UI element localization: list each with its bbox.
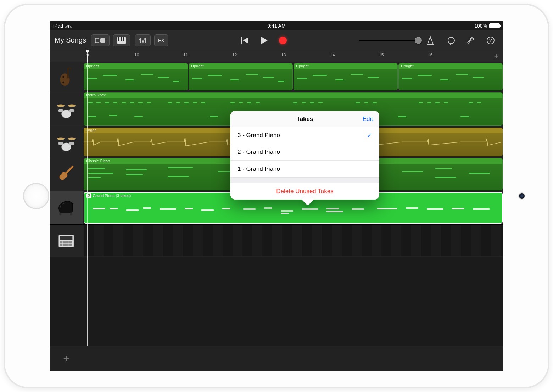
track-row-bass[interactable]: Upright Upright Upright Upright [50, 62, 503, 91]
svg-rect-42 [69, 243, 72, 246]
track-lane-bass[interactable]: Upright Upright Upright Upright [83, 62, 503, 91]
instrument-view-button[interactable] [113, 34, 130, 46]
rewind-button[interactable] [236, 34, 253, 46]
record-button[interactable] [275, 34, 290, 46]
svg-point-20 [62, 81, 64, 83]
svg-point-29 [58, 142, 63, 145]
view-toggle-button[interactable] [91, 34, 110, 46]
svg-point-7 [142, 40, 144, 43]
region-label: Grand Piano (3 takes) [93, 194, 131, 198]
rewind-icon [240, 37, 249, 44]
svg-rect-35 [60, 241, 62, 243]
region-upright[interactable]: Upright [189, 63, 293, 90]
loop-icon [447, 36, 456, 45]
svg-rect-32 [70, 212, 71, 215]
help-icon: ? [486, 36, 495, 45]
ruler-row: 9 10 11 12 13 14 15 16 + [50, 50, 503, 62]
region-upright[interactable]: Upright [294, 63, 398, 90]
svg-rect-34 [60, 236, 72, 240]
popover-header: Takes Edit [230, 111, 379, 127]
svg-rect-40 [63, 243, 66, 246]
battery-percent: 100% [474, 23, 487, 29]
record-icon [279, 37, 287, 44]
track-header-bass[interactable] [50, 62, 83, 91]
front-camera [519, 193, 525, 199]
svg-rect-36 [63, 241, 66, 243]
my-songs-button[interactable]: My Songs [55, 36, 86, 44]
take-label: 3 - Grand Piano [238, 132, 280, 139]
ruler-gutter [50, 50, 83, 62]
take-label: 1 - Grand Piano [238, 166, 280, 173]
region-label: Upright [399, 63, 502, 69]
takes-list: 3 - Grand Piano ✓ 2 - Grand Piano 1 - Gr… [230, 127, 379, 177]
home-button[interactable] [23, 183, 49, 209]
status-bar: iPad 9:41 AM 100% [50, 21, 503, 30]
take-item[interactable]: 1 - Grand Piano [230, 161, 379, 177]
add-section-button[interactable]: + [489, 50, 503, 62]
svg-rect-41 [66, 243, 69, 246]
fx-button[interactable]: FX [154, 34, 168, 46]
region-label: Retro Rock [84, 93, 502, 98]
settings-button[interactable] [463, 34, 479, 46]
takes-popover: Takes Edit 3 - Grand Piano ✓ 2 - Grand P… [230, 111, 379, 200]
bar-label: 12 [232, 52, 237, 57]
svg-point-26 [57, 137, 64, 140]
drumkit-icon [55, 131, 78, 153]
track-header-drums2[interactable] [50, 127, 83, 157]
svg-point-14 [448, 37, 454, 44]
wrench-icon [467, 36, 476, 45]
metronome-button[interactable] [423, 34, 438, 46]
playhead-line[interactable] [87, 62, 88, 346]
svg-marker-11 [261, 37, 268, 44]
track-lane-sampler[interactable] [83, 225, 503, 257]
master-volume-slider[interactable] [359, 40, 419, 41]
bar-label: 13 [281, 52, 286, 57]
toolbar: My Songs FX [50, 30, 503, 50]
svg-rect-1 [100, 38, 105, 43]
wifi-icon [65, 23, 72, 28]
svg-point-24 [58, 109, 63, 112]
take-item[interactable]: 3 - Grand Piano ✓ [230, 127, 379, 144]
region-label: Upright [294, 63, 397, 69]
play-button[interactable] [256, 34, 272, 46]
guitar-icon [55, 163, 78, 186]
svg-point-21 [57, 104, 64, 107]
track-header-sampler[interactable] [50, 225, 83, 257]
bass-icon [55, 66, 78, 88]
track-row-sampler[interactable] [50, 225, 503, 257]
popover-separator [230, 177, 379, 183]
svg-point-25 [69, 109, 74, 112]
checkmark-icon: ✓ [367, 131, 372, 139]
svg-point-6 [139, 38, 141, 40]
popover-edit-button[interactable]: Edit [363, 116, 373, 123]
add-track-button[interactable]: + [50, 346, 83, 371]
region-upright[interactable]: Upright [398, 63, 503, 90]
region-upright[interactable]: Upright [84, 63, 188, 90]
play-icon [260, 36, 268, 45]
track-header-guitar[interactable] [50, 157, 83, 191]
track-header-drums1[interactable] [50, 91, 83, 127]
battery-icon [489, 23, 500, 28]
delete-unused-takes-button[interactable]: Delete Unused Takes [230, 183, 379, 200]
take-label: 2 - Grand Piano [238, 149, 280, 156]
take-item[interactable]: 2 - Grand Piano [230, 144, 379, 161]
timeline-ruler[interactable]: 9 10 11 12 13 14 15 16 [83, 50, 489, 62]
clock: 9:41 AM [267, 23, 285, 29]
region-label: Upright [189, 63, 292, 69]
bar-label: 9 [86, 52, 89, 57]
svg-rect-5 [123, 37, 124, 41]
piano-icon [55, 197, 78, 219]
mixer-button[interactable] [135, 34, 151, 46]
svg-rect-0 [95, 38, 99, 43]
region-label: Upright [84, 63, 188, 69]
track-header-piano[interactable] [50, 191, 83, 224]
popover-title: Takes [297, 116, 313, 123]
volume-knob[interactable] [415, 37, 422, 44]
svg-point-8 [144, 38, 146, 40]
svg-rect-31 [59, 212, 60, 215]
help-button[interactable]: ? [483, 34, 498, 46]
loop-browser-button[interactable] [443, 34, 459, 46]
bottom-bar: + [50, 346, 503, 371]
empty-region-area[interactable] [84, 225, 503, 256]
svg-marker-10 [243, 37, 248, 44]
